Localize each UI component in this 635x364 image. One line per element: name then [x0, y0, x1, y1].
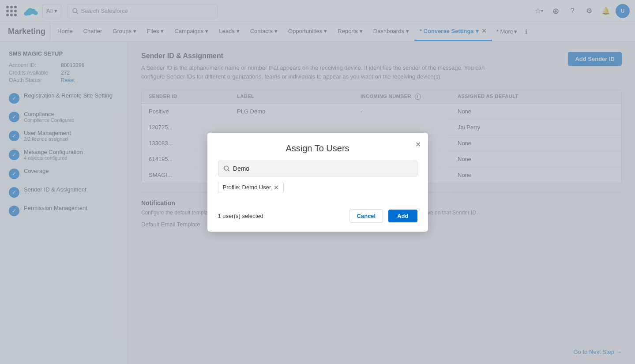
modal-search-bar[interactable] [218, 161, 417, 176]
modal-title: Assign To Users [286, 143, 349, 154]
modal-header: Assign To Users × [207, 133, 428, 161]
assign-users-modal: Assign To Users × Profile: Demo User ✕ 1… [207, 133, 428, 232]
cancel-button[interactable]: Cancel [349, 209, 383, 223]
tag-remove-icon[interactable]: ✕ [274, 184, 279, 191]
add-button[interactable]: Add [388, 210, 417, 222]
search-icon [224, 165, 229, 172]
modal-body: Profile: Demo User ✕ [207, 161, 428, 204]
modal-overlay: Assign To Users × Profile: Demo User ✕ 1… [0, 0, 635, 364]
user-search-input[interactable] [233, 165, 412, 172]
selected-count: 1 user(s) selected [218, 213, 344, 219]
modal-close-button[interactable]: × [416, 140, 421, 149]
tag-label: Profile: Demo User [223, 184, 271, 191]
modal-footer: 1 user(s) selected Cancel Add [207, 204, 428, 232]
svg-line-8 [228, 169, 229, 171]
selected-profile-tag: Profile: Demo User ✕ [218, 182, 284, 193]
